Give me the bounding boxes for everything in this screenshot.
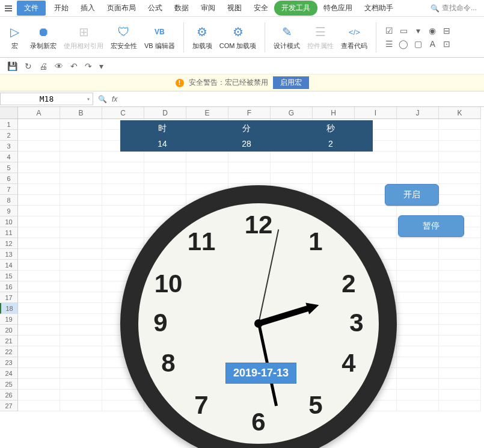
clock-num-9: 9 xyxy=(146,308,176,337)
menu-review[interactable]: 审阅 xyxy=(195,1,221,16)
image-control-icon[interactable]: ⊡ xyxy=(441,38,452,49)
list-control-icon[interactable]: ☰ xyxy=(384,38,394,49)
formulabar: M18 🔍 fx xyxy=(0,91,484,107)
hamburger-icon[interactable] xyxy=(2,3,14,14)
clock-num-11: 11 xyxy=(186,227,216,256)
rowhead-16[interactable]: 16 xyxy=(0,281,18,292)
vb-icon: VB xyxy=(151,23,168,40)
button-control-icon[interactable]: ⊟ xyxy=(441,25,452,36)
rowhead-9[interactable]: 9 xyxy=(0,206,18,216)
redo-icon[interactable]: ↷ xyxy=(85,61,92,71)
menu-search[interactable]: 🔍 查找命令... xyxy=(430,3,482,13)
saveas-icon[interactable]: ↻ xyxy=(25,61,32,71)
clock-image: 12 1 2 3 4 5 6 7 8 9 10 11 xyxy=(120,185,397,448)
rowhead-14[interactable]: 14 xyxy=(0,260,18,271)
menu-view[interactable]: 视图 xyxy=(221,1,248,16)
namebox[interactable]: M18 xyxy=(0,93,93,105)
clock-num-7: 7 xyxy=(186,391,216,420)
ribbon-macrosecurity[interactable]: 🛡 宏安全性 xyxy=(109,22,138,52)
rowhead-2[interactable]: 2 xyxy=(0,130,18,141)
ribbon-label: COM 加载项 xyxy=(219,41,257,51)
rowhead-17[interactable]: 17 xyxy=(0,292,18,303)
save-icon[interactable]: 💾 xyxy=(7,61,17,71)
colhead-C[interactable]: C xyxy=(102,107,144,119)
menu-insert[interactable]: 插入 xyxy=(75,1,101,16)
rowhead-22[interactable]: 22 xyxy=(0,346,18,357)
menu-file[interactable]: 文件 xyxy=(17,1,46,16)
ribbon-vbeditor[interactable]: VB VB 编辑器 xyxy=(143,22,176,52)
rowhead-5[interactable]: 5 xyxy=(0,162,18,173)
menu-special[interactable]: 特色应用 xyxy=(317,1,358,16)
cells-area[interactable]: 时 分 秒 14 28 2 开启 暂停 12 1 xyxy=(18,119,484,411)
menu-start[interactable]: 开始 xyxy=(48,1,75,16)
clock-num-5: 5 xyxy=(301,391,331,420)
menu-security[interactable]: 安全 xyxy=(248,1,274,16)
colhead-E[interactable]: E xyxy=(186,107,228,119)
rowhead-18[interactable]: 18 xyxy=(0,303,18,314)
rowhead-13[interactable]: 13 xyxy=(0,249,18,260)
ribbon-design[interactable]: ✎ 设计模式 xyxy=(272,22,301,52)
textbox-control-icon[interactable]: ▭ xyxy=(398,25,409,36)
preview-icon[interactable]: 👁 xyxy=(55,61,63,71)
rowhead-10[interactable]: 10 xyxy=(0,216,18,227)
zoom-icon[interactable]: 🔍 xyxy=(98,95,107,103)
print-icon[interactable]: 🖨 xyxy=(39,61,47,71)
select-all-corner[interactable] xyxy=(0,107,18,119)
time-value-sec: 2 xyxy=(289,136,373,152)
spin-control-icon[interactable]: ◉ xyxy=(427,25,438,36)
frame-control-icon[interactable]: ▢ xyxy=(412,38,423,49)
rowhead-23[interactable]: 23 xyxy=(0,357,18,368)
rowhead-26[interactable]: 26 xyxy=(0,390,18,400)
combo-control-icon[interactable]: ▾ xyxy=(412,25,423,36)
colhead-B[interactable]: B xyxy=(60,107,102,119)
ribbon-label: 宏安全性 xyxy=(111,41,137,51)
menu-data[interactable]: 数据 xyxy=(168,1,195,16)
menu-pagelayout[interactable]: 页面布局 xyxy=(101,1,142,16)
rowhead-6[interactable]: 6 xyxy=(0,173,18,184)
label-control-icon[interactable]: A xyxy=(427,38,438,49)
dropdown-icon[interactable]: ▾ xyxy=(99,61,103,71)
rowhead-8[interactable]: 8 xyxy=(0,195,18,206)
colhead-I[interactable]: I xyxy=(355,107,397,119)
ribbon-addin[interactable]: ⚙ 加载项 xyxy=(191,22,213,52)
checkbox-control-icon[interactable]: ☑ xyxy=(384,25,394,36)
macro-icon: ▷ xyxy=(6,23,23,40)
ribbon-macro[interactable]: ▷ 宏 xyxy=(5,22,24,52)
formula-input[interactable] xyxy=(122,93,484,105)
rowhead-25[interactable]: 25 xyxy=(0,379,18,390)
undo-icon[interactable]: ↶ xyxy=(70,61,78,71)
pause-button[interactable]: 暂停 xyxy=(398,215,464,237)
ribbon-record[interactable]: ⏺ 录制新宏 xyxy=(29,22,58,52)
ribbon-label: 宏 xyxy=(11,41,18,51)
ribbon-comaddin[interactable]: ⚙ COM 加载项 xyxy=(218,22,258,52)
menu-formula[interactable]: 公式 xyxy=(142,1,168,16)
rowhead-24[interactable]: 24 xyxy=(0,368,18,379)
rowhead-12[interactable]: 12 xyxy=(0,238,18,249)
enable-macro-button[interactable]: 启用宏 xyxy=(273,76,309,89)
ribbon-label: 查看代码 xyxy=(341,41,367,51)
rowhead-7[interactable]: 7 xyxy=(0,184,18,195)
rowhead-3[interactable]: 3 xyxy=(0,141,18,152)
rowhead-21[interactable]: 21 xyxy=(0,336,18,346)
search-icon: 🔍 xyxy=(430,4,440,13)
rowhead-27[interactable]: 27 xyxy=(0,400,18,411)
rowhead-4[interactable]: 4 xyxy=(0,152,18,162)
rowhead-19[interactable]: 19 xyxy=(0,314,18,325)
colhead-D[interactable]: D xyxy=(144,107,186,119)
rowhead-1[interactable]: 1 xyxy=(0,119,18,130)
radio-control-icon[interactable]: ◯ xyxy=(398,38,409,49)
rowhead-11[interactable]: 11 xyxy=(0,227,18,238)
menu-devtools[interactable]: 开发工具 xyxy=(274,1,317,16)
fx-icon[interactable]: fx xyxy=(112,95,117,103)
colhead-H[interactable]: H xyxy=(313,107,355,119)
rowhead-15[interactable]: 15 xyxy=(0,271,18,281)
colhead-G[interactable]: G xyxy=(271,107,313,119)
colhead-J[interactable]: J xyxy=(397,107,439,119)
ribbon-label: 加载项 xyxy=(192,41,212,51)
ribbon-viewcode[interactable]: </> 查看代码 xyxy=(340,22,369,52)
colhead-K[interactable]: K xyxy=(439,107,481,119)
colhead-A[interactable]: A xyxy=(18,107,60,119)
menu-dochelper[interactable]: 文档助手 xyxy=(358,1,399,16)
colhead-F[interactable]: F xyxy=(228,107,271,119)
rowhead-20[interactable]: 20 xyxy=(0,325,18,336)
